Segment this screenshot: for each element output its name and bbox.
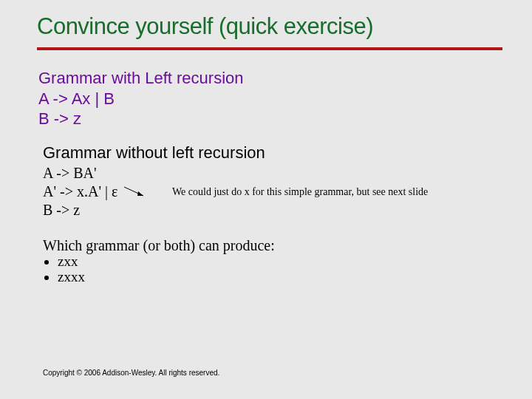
section2-rule3: B -> z	[43, 201, 502, 219]
slide: Convince yourself (quick exercise) Gramm…	[0, 0, 532, 399]
title-divider	[37, 47, 502, 50]
section2-rules: A -> BA' A' -> x.A' | ε We could just do…	[43, 164, 502, 219]
list-item: zxxx	[58, 270, 502, 285]
section-left-recursion: Grammar with Left recursion A -> Ax | B …	[38, 68, 502, 129]
section1-rule1: A -> Ax | B	[38, 89, 502, 109]
section3-list: zxx zxxx	[43, 254, 502, 285]
arrow-icon	[121, 185, 151, 200]
section-question: Which grammar (or both) can produce: zxx…	[43, 237, 502, 285]
section3-question: Which grammar (or both) can produce:	[43, 237, 502, 254]
slide-title: Convince yourself (quick exercise)	[37, 13, 502, 40]
section2-rule2: A' -> x.A' | ε	[43, 183, 117, 200]
svg-marker-1	[137, 191, 143, 196]
list-item: zxx	[58, 254, 502, 270]
section-no-left-recursion: Grammar without left recursion A -> BA' …	[43, 143, 502, 220]
section2-note: We could just do x for this simple gramm…	[172, 185, 428, 199]
section2-rule2-row: A' -> x.A' | ε We could just do x for th…	[43, 183, 502, 201]
section2-rule1: A -> BA'	[43, 164, 502, 183]
section1-heading: Grammar with Left recursion	[38, 68, 502, 89]
section1-rule2: B -> z	[38, 109, 502, 129]
section2-heading: Grammar without left recursion	[43, 143, 502, 163]
copyright-text: Copyright © 2006 Addison-Wesley. All rig…	[43, 369, 219, 377]
